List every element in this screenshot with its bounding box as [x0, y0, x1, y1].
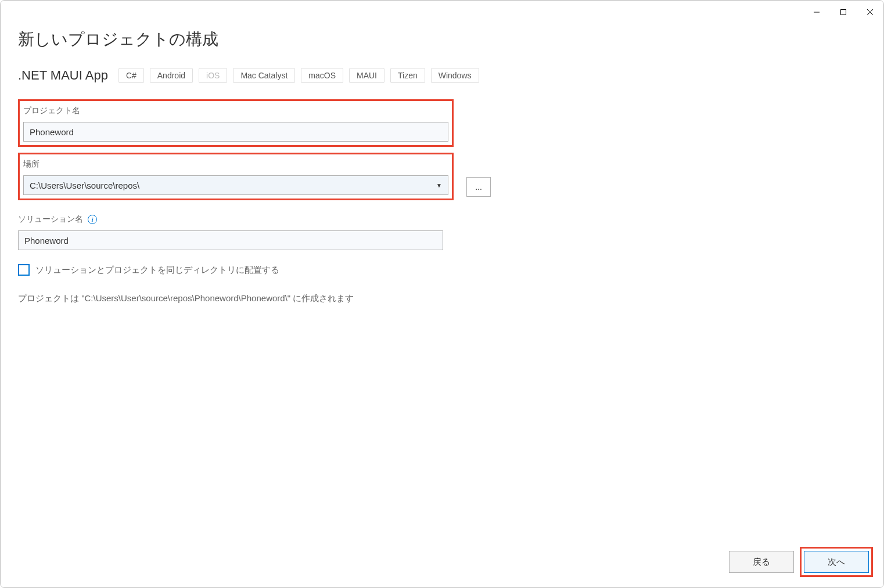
chevron-down-icon: ▼	[436, 182, 442, 189]
solution-name-group: ソリューション名 i	[18, 214, 866, 250]
tag-maui: MAUI	[349, 68, 384, 83]
tag-list: C#AndroidiOSMac CatalystmacOSMAUITizenWi…	[118, 68, 479, 83]
tag-android: Android	[150, 68, 193, 83]
page-title: 新しいプロジェクトの構成	[18, 28, 866, 50]
tag-tizen: Tizen	[390, 68, 425, 83]
location-combo[interactable]: C:\Users\User\source\repos\ ▼	[23, 175, 448, 195]
content-area: 新しいプロジェクトの構成 .NET MAUI App C#AndroidiOSM…	[1, 1, 883, 587]
location-label: 場所	[23, 159, 448, 169]
project-name-input[interactable]	[23, 122, 448, 142]
creation-path-text: プロジェクトは "C:\Users\User\source\repos\Phon…	[18, 293, 866, 304]
minimize-button[interactable]	[803, 1, 830, 24]
info-icon[interactable]: i	[88, 215, 97, 224]
next-button[interactable]: 次へ	[804, 551, 869, 573]
same-directory-row: ソリューションとプロジェクトを同じディレクトリに配置する	[18, 264, 866, 276]
tag-c#: C#	[118, 68, 144, 83]
template-header: .NET MAUI App C#AndroidiOSMac Catalystma…	[18, 68, 866, 83]
location-group: 場所 C:\Users\User\source\repos\ ▼	[18, 153, 454, 200]
maximize-button[interactable]	[830, 1, 857, 24]
back-button[interactable]: 戻る	[729, 551, 794, 573]
dialog-window: 新しいプロジェクトの構成 .NET MAUI App C#AndroidiOSM…	[0, 0, 884, 588]
location-row: 場所 C:\Users\User\source\repos\ ▼ ...	[18, 153, 866, 200]
solution-name-input[interactable]	[18, 230, 443, 250]
location-value: C:\Users\User\source\repos\	[30, 181, 139, 190]
project-name-group: プロジェクト名	[18, 99, 454, 147]
tag-mac-catalyst: Mac Catalyst	[233, 68, 295, 83]
project-name-label: プロジェクト名	[23, 106, 448, 116]
window-controls	[803, 1, 883, 24]
tag-macos: macOS	[301, 68, 343, 83]
tag-ios: iOS	[199, 68, 227, 83]
next-button-highlight: 次へ	[800, 547, 873, 577]
tag-windows: Windows	[431, 68, 479, 83]
svg-rect-1	[841, 10, 846, 15]
close-button[interactable]	[857, 1, 883, 24]
solution-name-label-row: ソリューション名 i	[18, 214, 866, 225]
footer: 戻る 次へ	[729, 547, 873, 577]
solution-name-label: ソリューション名	[18, 214, 83, 225]
template-name: .NET MAUI App	[18, 68, 108, 83]
same-directory-label: ソリューションとプロジェクトを同じディレクトリに配置する	[35, 265, 279, 276]
browse-button[interactable]: ...	[466, 177, 491, 197]
same-directory-checkbox[interactable]	[18, 264, 30, 276]
